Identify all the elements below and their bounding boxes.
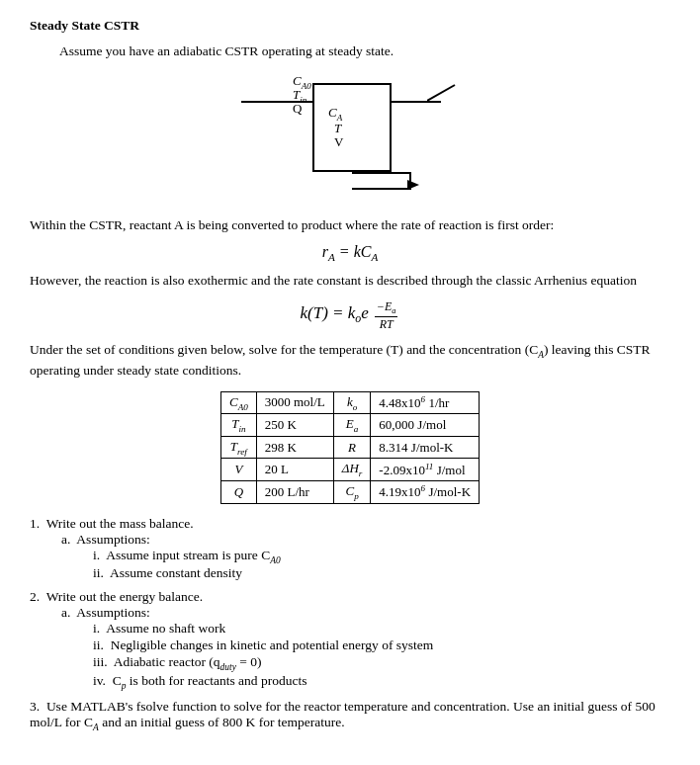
- sub-item-i-2: i. Assume no shaft work: [93, 621, 670, 637]
- sub-item-i-1: i. Assume input stream is pure CA0: [93, 548, 670, 565]
- label-q: Q: [293, 101, 302, 117]
- table-row: Tin 250 K Ea 60,000 J/mol: [220, 414, 479, 437]
- table-row: Tref 298 K R 8.314 J/mol-K: [220, 436, 479, 459]
- para2: However, the reaction is also exothermic…: [30, 271, 670, 291]
- intro-text: Assume you have an adiabatic CSTR operat…: [59, 43, 670, 59]
- label-ca-inside: CA: [328, 105, 342, 123]
- params-table: CA0 3000 mol/L ko 4.48x106 1/hr Tin 250 …: [220, 391, 480, 504]
- svg-marker-1: [407, 180, 419, 190]
- sub-item-iv-2: iv. Cp is both for reactants and product…: [93, 673, 670, 691]
- sub-item-ii-2: ii. Negligible changes in kinetic and po…: [93, 638, 670, 653]
- table-row: CA0 3000 mol/L ko 4.48x106 1/hr: [220, 391, 479, 414]
- sub-list-a-1: a. Assumptions: i. Assume input stream i…: [61, 532, 670, 582]
- cstr-diagram: CA0 Tin Q CA T V: [30, 73, 670, 202]
- para3: Under the set of conditions given below,…: [30, 340, 670, 382]
- params-table-container: CA0 3000 mol/L ko 4.48x106 1/hr Tin 250 …: [30, 391, 670, 504]
- bottom-line-h1: [352, 172, 411, 174]
- sub-item-ii-1: ii. Assume constant density: [93, 565, 670, 581]
- list-item-2: 2. Write out the energy balance. a. Assu…: [30, 589, 670, 690]
- list-item-1: 1. Write out the mass balance. a. Assump…: [30, 516, 670, 582]
- para1: Within the CSTR, reactant A is being con…: [30, 215, 670, 235]
- sub-list-i-1: i. Assume input stream is pure CA0 ii. A…: [93, 548, 670, 582]
- sub-list-a-2: a. Assumptions: i. Assume no shaft work …: [61, 605, 670, 690]
- eq-ra: rA = kCA: [30, 243, 670, 263]
- reactor-box: [312, 83, 392, 172]
- eq-arrhenius: k(T) = koe −Ea RT: [30, 299, 670, 332]
- outlet-valve: [427, 83, 457, 115]
- page-title: Steady State CSTR: [30, 18, 670, 34]
- svg-line-0: [427, 85, 455, 101]
- bottom-line-h2: [352, 188, 411, 190]
- table-row: Q 200 L/hr Cp 4.19x106 J/mol-K: [220, 481, 479, 504]
- sub-item-iii-2: iii. Adiabatic reactor (qduty = 0): [93, 654, 670, 672]
- label-v-inside: V: [334, 134, 343, 150]
- inlet-line: [241, 101, 312, 103]
- list-item-3: 3. Use MATLAB's fsolve function to solve…: [30, 699, 670, 732]
- numbered-list: 1. Write out the mass balance. a. Assump…: [30, 516, 670, 732]
- sub-list-i-2: i. Assume no shaft work ii. Negligible c…: [93, 621, 670, 690]
- table-row: V 20 L ΔHr -2.09x1011 J/mol: [220, 459, 479, 481]
- sub-item-a-2: a. Assumptions: i. Assume no shaft work …: [61, 605, 670, 690]
- arrow-right: [407, 180, 423, 190]
- sub-item-a-1: a. Assumptions: i. Assume input stream i…: [61, 532, 670, 582]
